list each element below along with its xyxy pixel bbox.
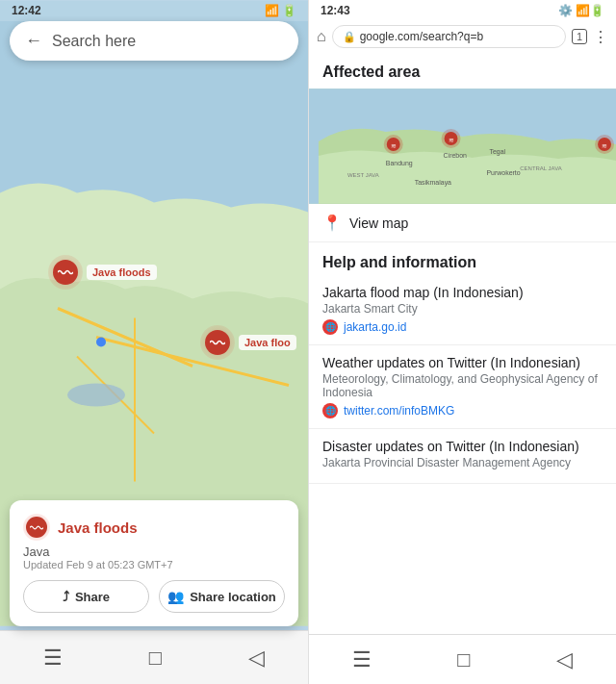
- svg-text:Tegal: Tegal: [489, 148, 505, 156]
- people-icon: 👥: [167, 589, 184, 604]
- svg-text:≋: ≋: [449, 137, 454, 143]
- globe-icon-2: 🌐: [322, 403, 338, 418]
- svg-text:CENTRAL JAVA: CENTRAL JAVA: [520, 165, 561, 171]
- flood-icon-1: [48, 255, 83, 290]
- help-item-3[interactable]: Disaster updates on Twitter (In Indonesi…: [309, 429, 616, 484]
- right-panel: 12:43 ⚙️ 📶🔋 ⌂ 🔒 google.com/search?q=b 1 …: [308, 0, 616, 684]
- help-item-2-title: Weather updates on Twitter (In Indonesia…: [322, 355, 603, 370]
- help-item-3-title: Disaster updates on Twitter (In Indonesi…: [322, 439, 603, 454]
- svg-text:Cirebon: Cirebon: [444, 152, 468, 159]
- url-bar[interactable]: 🔒 google.com/search?q=b: [332, 25, 566, 48]
- status-icons-left: 📶 🔋: [265, 4, 296, 17]
- menu-icon-right[interactable]: ☰: [352, 647, 372, 672]
- svg-text:Tasikmalaya: Tasikmalaya: [415, 179, 451, 187]
- status-bar-right: 12:43 ⚙️ 📶🔋: [309, 0, 616, 21]
- share-icon: ⤴: [63, 589, 69, 604]
- help-item-1-title: Jakarta flood map (In Indonesian): [322, 285, 603, 300]
- left-panel: 12:42 📶 🔋: [0, 0, 308, 684]
- home-browser-icon[interactable]: ⌂: [317, 28, 326, 45]
- info-card-title-row: Java floods: [23, 514, 285, 541]
- info-card-title: Java floods: [58, 519, 138, 536]
- svg-text:WEST JAVA: WEST JAVA: [347, 172, 379, 178]
- affected-area-title: Affected area: [309, 52, 616, 89]
- flood-label-2: Java floo: [239, 335, 296, 350]
- back-icon-right[interactable]: ◁: [556, 647, 573, 672]
- map-thumbnail[interactable]: Bandung Cirebon Tegal WEST JAVA CENTRAL …: [309, 89, 616, 204]
- flood-icon-2: [200, 325, 235, 360]
- share-location-button[interactable]: 👥 Share location: [159, 580, 285, 613]
- info-card-icon: [23, 514, 50, 541]
- help-section-title: Help and information: [309, 242, 616, 275]
- help-item-1-link[interactable]: 🌐 jakarta.go.id: [322, 319, 603, 335]
- time-left: 12:42: [12, 4, 41, 17]
- info-card: Java floods Java Updated Feb 9 at 05:23 …: [10, 500, 298, 626]
- help-item-2[interactable]: Weather updates on Twitter (In Indonesia…: [309, 345, 616, 429]
- card-buttons: ⤴ Share 👥 Share location: [23, 580, 285, 613]
- view-map-row[interactable]: 📍 View map: [309, 204, 616, 242]
- search-input-text: Search here: [52, 33, 136, 50]
- share-button[interactable]: ⤴ Share: [23, 580, 149, 613]
- help-item-1-sub: Jakarta Smart City: [322, 302, 603, 316]
- svg-point-5: [67, 384, 125, 407]
- nav-bar-left: ☰ □ ◁: [0, 630, 308, 684]
- help-item-1[interactable]: Jakarta flood map (In Indonesian) Jakart…: [309, 275, 616, 345]
- back-icon[interactable]: ◁: [248, 646, 265, 671]
- svg-text:Purwokerto: Purwokerto: [486, 169, 520, 176]
- flood-marker-2[interactable]: Java floo: [200, 325, 296, 360]
- content-area: Affected area Bandung Cirebon Tegal WEST…: [309, 52, 616, 634]
- svg-text:≋: ≋: [391, 142, 397, 149]
- url-text: google.com/search?q=b: [360, 30, 483, 43]
- menu-dots-icon[interactable]: ⋮: [593, 28, 608, 46]
- globe-icon-1: 🌐: [322, 319, 338, 335]
- flood-label-1: Java floods: [87, 265, 157, 280]
- home-icon[interactable]: □: [149, 646, 162, 671]
- svg-text:≋: ≋: [602, 142, 607, 149]
- time-right: 12:43: [321, 4, 350, 17]
- nav-bar-right: ☰ □ ◁: [309, 634, 616, 684]
- search-bar[interactable]: ← Search here: [10, 21, 298, 61]
- flood-marker-1[interactable]: Java floods: [48, 255, 157, 290]
- help-item-2-sub: Meteorology, Climatology, and Geophysica…: [322, 372, 603, 399]
- status-bar-left: 12:42 📶 🔋: [0, 0, 308, 21]
- browser-toolbar: ⌂ 🔒 google.com/search?q=b 1 ⋮: [309, 21, 616, 52]
- menu-icon[interactable]: ☰: [43, 646, 63, 671]
- svg-text:Bandung: Bandung: [386, 160, 413, 167]
- info-card-updated: Updated Feb 9 at 05:23 GMT+7: [23, 559, 285, 570]
- help-item-2-link[interactable]: 🌐 twitter.com/infoBMKG: [322, 403, 603, 418]
- lock-icon: 🔒: [343, 31, 356, 43]
- svg-point-6: [96, 338, 106, 347]
- view-map-text: View map: [349, 215, 408, 231]
- tab-icon[interactable]: 1: [572, 29, 587, 44]
- help-item-3-sub: Jakarta Provincial Disaster Management A…: [322, 456, 603, 469]
- pin-icon: 📍: [322, 214, 342, 232]
- status-icons-right: ⚙️ 📶🔋: [558, 4, 604, 17]
- back-arrow-icon[interactable]: ←: [25, 31, 42, 51]
- home-icon-right[interactable]: □: [457, 647, 470, 672]
- info-card-subtitle: Java: [23, 545, 285, 559]
